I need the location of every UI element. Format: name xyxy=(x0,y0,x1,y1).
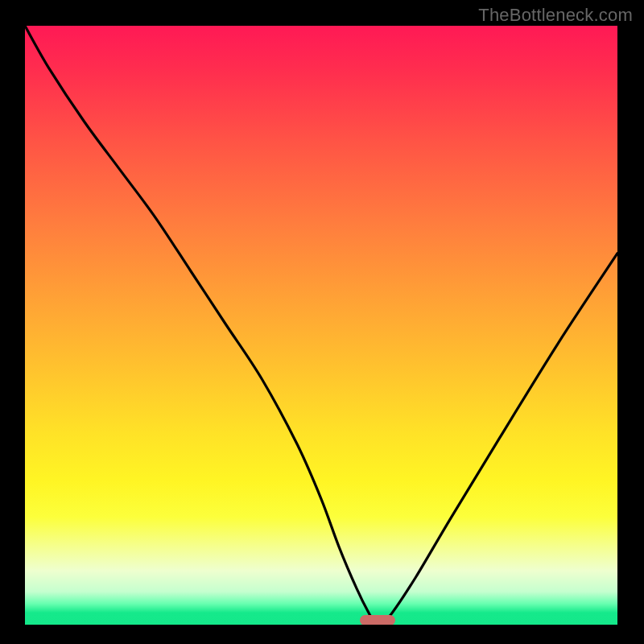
plot-area xyxy=(25,26,617,625)
bottleneck-curve xyxy=(25,26,617,625)
watermark-text: TheBottleneck.com xyxy=(478,5,633,26)
minimum-marker xyxy=(360,615,395,625)
curve-path xyxy=(25,26,617,625)
stage: TheBottleneck.com xyxy=(0,0,644,644)
